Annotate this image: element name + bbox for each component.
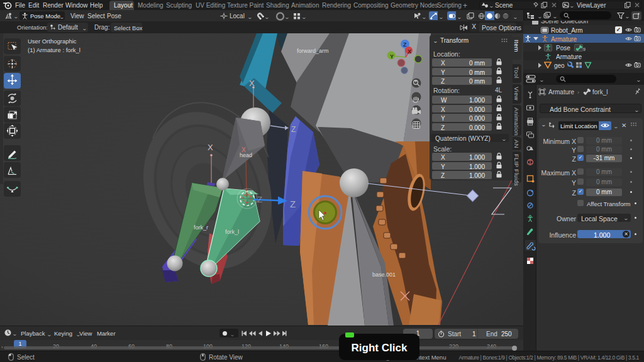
svg-text:Y: Y <box>390 53 394 60</box>
svg-text:Z: Z <box>403 41 407 48</box>
svg-text:Z: Z <box>291 125 296 134</box>
svg-text:forward_arm: forward_arm <box>297 48 329 54</box>
svg-text:X: X <box>208 143 213 152</box>
svg-text:Z: Z <box>257 195 262 204</box>
svg-text:X: X <box>242 146 246 153</box>
svg-text:X: X <box>408 48 411 55</box>
svg-text:X: X <box>249 79 255 88</box>
svg-text:base.001: base.001 <box>372 272 396 278</box>
svg-text:fork_l: fork_l <box>225 229 239 235</box>
svg-text:fork_r: fork_r <box>194 224 208 231</box>
svg-text:Z: Z <box>290 199 296 209</box>
